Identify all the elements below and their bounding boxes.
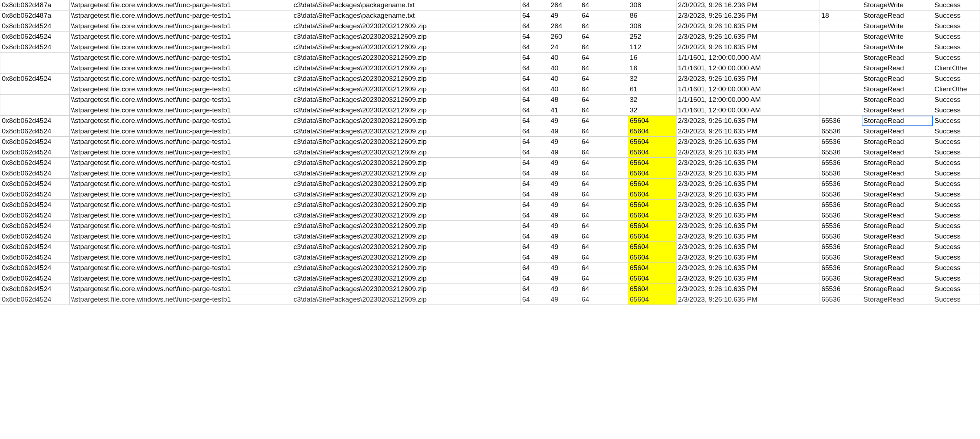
cell-size[interactable]: 65536 [819, 158, 862, 168]
cell-operation[interactable]: StorageRead [862, 263, 933, 273]
cell-n2[interactable]: 49 [549, 126, 580, 137]
cell-path[interactable]: c3\data\SitePackages\20230203212609.zip [292, 242, 520, 252]
cell-host[interactable]: \\stpargetest.file.core.windows.net\func… [69, 105, 292, 116]
cell-timestamp[interactable]: 2/3/2023, 9:26:10.635 PM [676, 189, 819, 200]
cell-timestamp[interactable]: 2/3/2023, 9:26:10.635 PM [676, 168, 819, 179]
table-row[interactable]: 0x8db062d487a\\stpargetest.file.core.win… [0, 11, 980, 21]
cell-status[interactable]: Success [933, 168, 980, 179]
cell-path[interactable]: c3\data\SitePackages\20230203212609.zip [292, 105, 520, 116]
cell-host[interactable]: \\stpargetest.file.core.windows.net\func… [69, 137, 292, 147]
cell-size[interactable]: 65536 [819, 147, 862, 158]
cell-id[interactable] [0, 84, 70, 95]
cell-timestamp[interactable]: 2/3/2023, 9:26:10.635 PM [676, 210, 819, 221]
table-row[interactable]: 0x8db062d4524\\stpargetest.file.core.win… [0, 137, 980, 147]
cell-id[interactable] [0, 52, 70, 63]
cell-n2[interactable]: 49 [549, 179, 580, 189]
table-row[interactable]: 0x8db062d4524\\stpargetest.file.core.win… [0, 294, 980, 305]
cell-path[interactable]: c3\data\SitePackages\20230203212609.zip [292, 42, 520, 52]
cell-n3[interactable]: 64 [580, 242, 628, 252]
cell-path[interactable]: c3\data\SitePackages\20230203212609.zip [292, 126, 520, 137]
cell-n1[interactable]: 64 [520, 284, 549, 294]
cell-n2[interactable]: 49 [549, 242, 580, 252]
cell-path[interactable]: c3\data\SitePackages\20230203212609.zip [292, 179, 520, 189]
cell-path[interactable]: c3\data\SitePackages\20230203212609.zip [292, 147, 520, 158]
cell-n2[interactable]: 41 [549, 105, 580, 116]
cell-status[interactable]: Success [933, 294, 980, 305]
cell-timestamp[interactable]: 2/3/2023, 9:26:10.635 PM [676, 231, 819, 242]
table-row[interactable]: 0x8db062d4524\\stpargetest.file.core.win… [0, 189, 980, 200]
cell-n1[interactable]: 64 [520, 200, 549, 210]
cell-n3[interactable]: 64 [580, 137, 628, 147]
cell-n1[interactable]: 64 [520, 95, 549, 105]
cell-n2[interactable]: 49 [549, 168, 580, 179]
cell-path[interactable]: c3\data\SitePackages\20230203212609.zip [292, 52, 520, 63]
cell-timestamp[interactable]: 1/1/1601, 12:00:00.000 AM [676, 84, 819, 95]
cell-host[interactable]: \\stpargetest.file.core.windows.net\func… [69, 252, 292, 263]
cell-operation[interactable]: StorageRead [862, 252, 933, 263]
cell-status[interactable]: ClientOthe [933, 63, 980, 74]
cell-n4[interactable]: 65604 [628, 137, 676, 147]
cell-path[interactable]: c3\data\SitePackages\20230203212609.zip [292, 221, 520, 231]
cell-size[interactable]: 65536 [819, 200, 862, 210]
cell-path[interactable]: c3\data\SitePackages\packagename.txt [292, 11, 520, 21]
cell-n2[interactable]: 49 [549, 284, 580, 294]
cell-n3[interactable]: 64 [580, 210, 628, 221]
cell-id[interactable]: 0x8db062d4524 [0, 74, 70, 84]
cell-operation[interactable]: StorageRead [862, 105, 933, 116]
cell-n3[interactable]: 64 [580, 84, 628, 95]
cell-status[interactable]: Success [933, 32, 980, 42]
cell-n3[interactable]: 64 [580, 294, 628, 305]
cell-status[interactable]: Success [933, 273, 980, 284]
cell-id[interactable]: 0x8db062d4524 [0, 273, 70, 284]
cell-operation[interactable]: StorageRead [862, 116, 933, 126]
cell-n4[interactable]: 16 [628, 52, 676, 63]
cell-size[interactable] [819, 0, 862, 11]
cell-n1[interactable]: 64 [520, 210, 549, 221]
cell-size[interactable] [819, 32, 862, 42]
table-row[interactable]: 0x8db062d4524\\stpargetest.file.core.win… [0, 42, 980, 52]
cell-size[interactable]: 65536 [819, 252, 862, 263]
cell-status[interactable]: Success [933, 21, 980, 32]
cell-n1[interactable]: 64 [520, 52, 549, 63]
cell-host[interactable]: \\stpargetest.file.core.windows.net\func… [69, 126, 292, 137]
cell-size[interactable]: 65536 [819, 263, 862, 273]
cell-host[interactable]: \\stpargetest.file.core.windows.net\func… [69, 32, 292, 42]
cell-size[interactable]: 65536 [819, 294, 862, 305]
cell-status[interactable]: Success [933, 158, 980, 168]
cell-n3[interactable]: 64 [580, 74, 628, 84]
cell-n4[interactable]: 65604 [628, 284, 676, 294]
cell-id[interactable] [0, 105, 70, 116]
cell-operation[interactable]: StorageRead [862, 168, 933, 179]
table-row[interactable]: 0x8db062d4524\\stpargetest.file.core.win… [0, 252, 980, 263]
cell-timestamp[interactable]: 2/3/2023, 9:26:10.635 PM [676, 273, 819, 284]
cell-n4[interactable]: 252 [628, 32, 676, 42]
cell-path[interactable]: c3\data\SitePackages\20230203212609.zip [292, 95, 520, 105]
cell-n1[interactable]: 64 [520, 137, 549, 147]
cell-size[interactable]: 65536 [819, 137, 862, 147]
cell-n2[interactable]: 40 [549, 74, 580, 84]
cell-id[interactable]: 0x8db062d4524 [0, 221, 70, 231]
cell-operation[interactable]: StorageWrite [862, 0, 933, 11]
cell-n3[interactable]: 64 [580, 32, 628, 42]
cell-n4[interactable]: 65604 [628, 147, 676, 158]
cell-status[interactable]: Success [933, 221, 980, 231]
cell-size[interactable]: 18 [819, 11, 862, 21]
cell-n3[interactable]: 64 [580, 42, 628, 52]
cell-operation[interactable]: StorageRead [862, 74, 933, 84]
cell-n3[interactable]: 64 [580, 252, 628, 263]
cell-n4[interactable]: 32 [628, 105, 676, 116]
cell-id[interactable]: 0x8db062d4524 [0, 116, 70, 126]
table-row[interactable]: \\stpargetest.file.core.windows.net\func… [0, 84, 980, 95]
cell-n3[interactable]: 64 [580, 11, 628, 21]
cell-path[interactable]: c3\data\SitePackages\20230203212609.zip [292, 210, 520, 221]
cell-size[interactable]: 65536 [819, 126, 862, 137]
cell-n4[interactable]: 65604 [628, 242, 676, 252]
cell-n3[interactable]: 64 [580, 0, 628, 11]
cell-host[interactable]: \\stpargetest.file.core.windows.net\func… [69, 273, 292, 284]
cell-n3[interactable]: 64 [580, 168, 628, 179]
cell-host[interactable]: \\stpargetest.file.core.windows.net\func… [69, 263, 292, 273]
cell-n1[interactable]: 64 [520, 74, 549, 84]
cell-n4[interactable]: 86 [628, 11, 676, 21]
cell-n1[interactable]: 64 [520, 32, 549, 42]
cell-path[interactable]: c3\data\SitePackages\20230203212609.zip [292, 200, 520, 210]
